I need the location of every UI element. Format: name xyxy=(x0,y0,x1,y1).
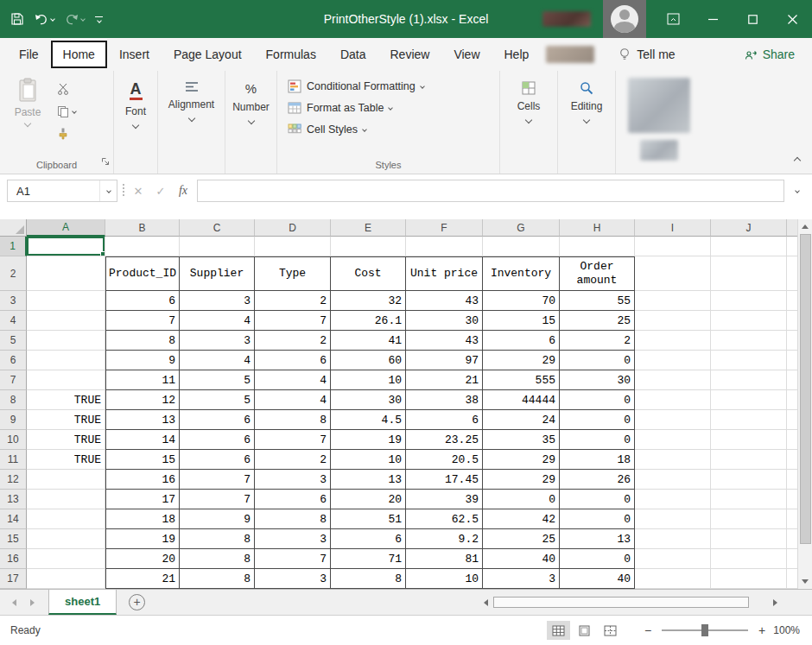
ribbon-display-options-button[interactable] xyxy=(653,0,693,38)
cell-D5[interactable]: 2 xyxy=(255,331,331,351)
column-header-C[interactable]: C xyxy=(180,219,255,237)
cell-D4[interactable]: 7 xyxy=(255,311,331,331)
ribbon-group-number[interactable]: % Number xyxy=(225,71,277,174)
zoom-slider-track[interactable] xyxy=(662,629,748,631)
row-header-16[interactable]: 16 xyxy=(0,549,27,569)
cell-F13[interactable]: 39 xyxy=(406,490,483,509)
cell-E16[interactable]: 71 xyxy=(331,549,406,569)
zoom-out-button[interactable]: − xyxy=(639,623,657,637)
cell-J14[interactable] xyxy=(711,509,787,529)
cell-D6[interactable]: 6 xyxy=(255,351,331,370)
cell-styles-button[interactable]: Cell Styles xyxy=(288,123,491,136)
cell-B12[interactable]: 16 xyxy=(105,470,180,490)
cell-C1[interactable] xyxy=(180,237,255,256)
cell-A12[interactable] xyxy=(27,470,105,490)
cell-C13[interactable]: 7 xyxy=(180,490,255,509)
cell-A15[interactable] xyxy=(27,529,105,549)
vertical-scrollbar[interactable] xyxy=(797,219,812,589)
cell-F7[interactable]: 21 xyxy=(406,370,483,390)
add-sheet-button[interactable]: + xyxy=(129,594,145,610)
cell-C17[interactable]: 8 xyxy=(180,569,255,589)
cell-A8[interactable]: TRUE xyxy=(27,390,105,410)
cell-C3[interactable]: 3 xyxy=(180,291,255,311)
cut-button[interactable] xyxy=(57,81,76,97)
zoom-slider-thumb[interactable] xyxy=(701,624,708,636)
tab-insert[interactable]: Insert xyxy=(107,42,162,66)
cell-G16[interactable]: 40 xyxy=(483,549,560,569)
cell-J12[interactable] xyxy=(711,470,787,490)
row-header-13[interactable]: 13 xyxy=(0,490,27,509)
cell-E4[interactable]: 26.1 xyxy=(331,311,406,331)
cell-B16[interactable]: 20 xyxy=(105,549,180,569)
cell-I16[interactable] xyxy=(635,549,711,569)
cell-D14[interactable]: 8 xyxy=(255,509,331,529)
column-header-H[interactable]: H xyxy=(560,219,635,237)
cell-F9[interactable]: 6 xyxy=(406,410,483,430)
cell-B10[interactable]: 14 xyxy=(105,430,180,450)
cell-C9[interactable]: 6 xyxy=(180,410,255,430)
cell-C16[interactable]: 8 xyxy=(180,549,255,569)
conditional-formatting-button[interactable]: Conditional Formatting xyxy=(288,79,491,93)
tab-help[interactable]: Help xyxy=(492,42,542,66)
cell-H10[interactable]: 0 xyxy=(560,430,635,450)
tab-data[interactable]: Data xyxy=(328,42,378,66)
row-header-1[interactable]: 1 xyxy=(0,237,27,256)
column-header-F[interactable]: F xyxy=(406,219,483,237)
tab-view[interactable]: View xyxy=(441,42,492,66)
paste-button[interactable]: Paste xyxy=(5,78,50,156)
cell-F16[interactable]: 81 xyxy=(406,549,483,569)
cell-E2[interactable]: Cost xyxy=(331,256,406,291)
cell-G4[interactable]: 15 xyxy=(483,311,560,331)
cell-D17[interactable]: 3 xyxy=(255,569,331,589)
column-header-A[interactable]: A xyxy=(27,219,105,237)
cell-B9[interactable]: 13 xyxy=(105,410,180,430)
cell-I11[interactable] xyxy=(635,450,711,470)
clipboard-dialog-launcher[interactable] xyxy=(101,154,110,169)
cell-D11[interactable]: 2 xyxy=(255,450,331,470)
cell-H4[interactable]: 25 xyxy=(560,311,635,331)
cell-C10[interactable]: 6 xyxy=(180,430,255,450)
cell-I6[interactable] xyxy=(635,351,711,370)
cell-F3[interactable]: 43 xyxy=(406,291,483,311)
cell-E14[interactable]: 51 xyxy=(331,509,406,529)
tab-home[interactable]: Home xyxy=(51,41,107,68)
cell-J11[interactable] xyxy=(711,450,787,470)
cell-E7[interactable]: 10 xyxy=(331,370,406,390)
ribbon-group-cells[interactable]: Cells xyxy=(500,71,558,174)
row-header-17[interactable]: 17 xyxy=(0,569,27,589)
cell-G12[interactable]: 29 xyxy=(483,470,560,490)
cell-I4[interactable] xyxy=(635,311,711,331)
cell-F14[interactable]: 62.5 xyxy=(406,509,483,529)
cell-I7[interactable] xyxy=(635,370,711,390)
account-avatar[interactable] xyxy=(603,0,646,38)
cell-J2[interactable] xyxy=(711,256,787,291)
cell-B6[interactable]: 9 xyxy=(105,351,180,370)
formula-bar-splitter[interactable] xyxy=(123,184,124,198)
cell-H5[interactable]: 2 xyxy=(560,331,635,351)
close-button[interactable] xyxy=(772,0,812,38)
redo-button[interactable] xyxy=(65,13,85,25)
previous-sheet-button[interactable] xyxy=(12,599,16,606)
row-header-5[interactable]: 5 xyxy=(0,331,27,351)
cell-G17[interactable]: 3 xyxy=(483,569,560,589)
cell-G8[interactable]: 44444 xyxy=(483,390,560,410)
zoom-in-button[interactable]: + xyxy=(753,623,771,637)
cell-D7[interactable]: 4 xyxy=(255,370,331,390)
select-all-corner[interactable] xyxy=(0,219,27,237)
cell-A6[interactable] xyxy=(27,351,105,370)
cell-H7[interactable]: 30 xyxy=(560,370,635,390)
confirm-entry-button[interactable]: ✓ xyxy=(152,185,169,198)
cell-A17[interactable] xyxy=(27,569,105,589)
cell-B14[interactable]: 18 xyxy=(105,509,180,529)
cell-J16[interactable] xyxy=(711,549,787,569)
cell-F17[interactable]: 10 xyxy=(406,569,483,589)
cell-H3[interactable]: 55 xyxy=(560,291,635,311)
cell-G3[interactable]: 70 xyxy=(483,291,560,311)
cell-J9[interactable] xyxy=(711,410,787,430)
cell-J5[interactable] xyxy=(711,331,787,351)
cell-A9[interactable]: TRUE xyxy=(27,410,105,430)
copy-button[interactable] xyxy=(57,104,76,119)
cell-I8[interactable] xyxy=(635,390,711,410)
cell-A11[interactable]: TRUE xyxy=(27,450,105,470)
cell-B17[interactable]: 21 xyxy=(105,569,180,589)
